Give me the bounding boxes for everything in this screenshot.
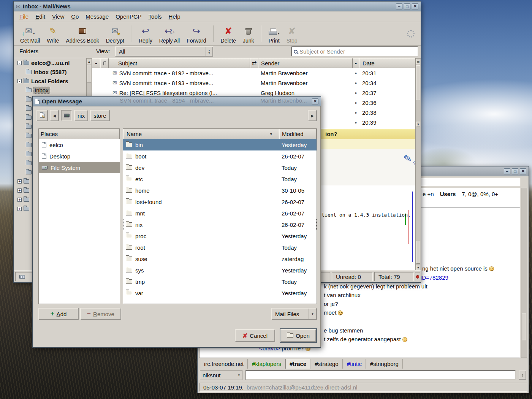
irc-scrollbar[interactable] — [521, 188, 527, 358]
close-button[interactable]: ✕ — [412, 3, 418, 10]
minimize-button[interactable]: – — [396, 3, 402, 10]
menu-item[interactable]: Message — [82, 12, 112, 21]
remove-button[interactable]: − Remove — [80, 308, 121, 320]
irc-message-inputbox[interactable] — [245, 370, 516, 380]
minimize-button[interactable]: – — [504, 168, 510, 174]
path-crumb-store[interactable]: store — [90, 110, 109, 121]
forward-button[interactable]: ↪ Forward — [183, 23, 209, 44]
file-row[interactable]: boot 26-02-07 — [123, 150, 317, 162]
menu-item[interactable]: Edit — [32, 12, 49, 21]
name-column-header[interactable]: Name▼ — [123, 129, 279, 139]
file-row[interactable]: suse zaterdag — [123, 253, 317, 264]
folder-tree-item[interactable]: Inbox — [16, 86, 86, 95]
subject-column-header[interactable]: Subject — [109, 58, 250, 68]
irc-channel-tab[interactable]: #trace — [285, 359, 310, 369]
places-item[interactable]: Desktop — [39, 150, 120, 162]
file-row[interactable]: etc Today — [123, 173, 317, 185]
file-row[interactable]: home 30-10-05 — [123, 185, 317, 196]
scroll-up-arrow[interactable]: ▲ — [87, 59, 91, 64]
file-row[interactable]: root Today — [123, 242, 317, 253]
message-row[interactable]: ✉SVN commit: trace - 8193 - mbrave... Ma… — [92, 78, 415, 88]
irc-link[interactable]: ID=782829 — [420, 274, 448, 281]
scroll-down-arrow[interactable]: ▼ — [416, 265, 420, 270]
tree-expander[interactable]: - — [17, 79, 22, 83]
write-button[interactable]: ✎ Write — [43, 23, 62, 44]
read-column-header[interactable]: • — [92, 58, 100, 68]
tree-expander[interactable]: + — [17, 188, 22, 193]
scrollbar-thumb[interactable] — [416, 241, 420, 264]
view-filter-dropdown[interactable]: All ▴▾ — [115, 46, 213, 57]
tree-expander[interactable]: + — [17, 198, 22, 202]
file-row[interactable]: mnt 26-02-07 — [123, 207, 317, 219]
junk-column-header[interactable]: • — [353, 58, 359, 68]
tree-expander[interactable]: + — [17, 207, 22, 211]
modified-column-header[interactable]: Modified — [279, 129, 317, 139]
attachment-column-header[interactable] — [100, 58, 109, 68]
sender-column-header[interactable]: Sender — [258, 58, 353, 68]
junk-button[interactable]: Junk — [239, 23, 258, 44]
thread-column-header[interactable]: ⇄ — [250, 58, 258, 68]
maximize-button[interactable]: □ — [404, 3, 410, 10]
file-row[interactable]: sys Yesterday — [123, 264, 317, 276]
irc-channel-tab[interactable]: #tintic — [343, 359, 366, 369]
file-row[interactable]: bin Yesterday — [123, 139, 317, 150]
cancel-button[interactable]: ✘ Cancel — [235, 329, 275, 342]
reply-all-button[interactable]: ↩↩ Reply All — [156, 23, 183, 44]
scroll-down-arrow[interactable]: ▼ — [416, 122, 420, 127]
irc-message-input[interactable] — [246, 371, 515, 379]
irc-channel-tab[interactable]: #stratego — [310, 359, 343, 369]
type-filename-button[interactable]: ✎ — [36, 110, 48, 121]
scroll-up-button[interactable]: ↑ — [519, 370, 526, 380]
file-row[interactable]: dev Today — [123, 162, 317, 173]
close-button[interactable]: ✕ — [520, 168, 526, 174]
file-row[interactable]: proc Yesterday — [123, 230, 317, 242]
maximize-button[interactable]: □ — [512, 168, 518, 174]
reply-button[interactable]: ↩ Reply — [135, 23, 156, 44]
address-book-button[interactable]: Address Book — [63, 23, 103, 44]
menu-item[interactable]: Tools — [145, 12, 165, 21]
places-item[interactable]: eelco — [39, 139, 120, 150]
mail-titlebar[interactable]: ✉ Inbox - Mail/News – □ ✕ — [14, 2, 421, 11]
file-row[interactable]: nix 26-02-07 — [123, 219, 317, 230]
open-button[interactable]: Open — [280, 329, 316, 342]
filesystem-root-crumb[interactable] — [61, 110, 72, 121]
message-row[interactable]: ✉SVN commit: trace - 8192 - mbrave... Ma… — [92, 68, 415, 78]
menu-item[interactable]: OpenPGP — [112, 12, 145, 21]
folder-tree-item[interactable]: - eelco@...uu.nl — [16, 58, 86, 67]
search-box[interactable] — [291, 46, 418, 57]
tree-expander[interactable]: - — [17, 61, 22, 65]
scrollbar-thumb[interactable] — [87, 65, 91, 82]
search-input[interactable] — [299, 48, 418, 55]
add-button[interactable]: + Add — [38, 308, 79, 320]
irc-channel-tab[interactable]: #stringborg — [366, 359, 403, 369]
nick-selector[interactable]: niksnut ▾ — [200, 370, 242, 380]
menu-item[interactable]: Go — [68, 12, 82, 21]
file-row[interactable]: tmp Today — [123, 276, 317, 287]
irc-scrollbar-thumb[interactable] — [522, 314, 526, 340]
menu-item[interactable]: View — [49, 12, 68, 21]
column-picker-icon[interactable]: ▦ — [416, 59, 420, 64]
folder-tree-item[interactable]: Inbox (5587) — [16, 67, 86, 76]
path-crumb-nix[interactable]: nix — [74, 110, 88, 121]
places-item[interactable]: File System — [39, 162, 120, 173]
file-row[interactable]: lost+found 26-02-07 — [123, 196, 317, 207]
menu-item[interactable]: Help — [165, 12, 184, 21]
irc-channel-tab[interactable]: #klaplopers — [248, 359, 285, 369]
file-type-filter-dropdown[interactable]: Mail Files ▾ — [271, 308, 317, 320]
print-button[interactable]: ▾ Print — [265, 23, 283, 44]
scrollbar-thumb[interactable] — [416, 65, 420, 100]
path-scroll-left-button[interactable]: ◀ — [50, 110, 59, 121]
get-mail-button[interactable]: ✉↓▾ Get Mail — [17, 23, 43, 44]
file-row[interactable]: var Yesterday — [123, 287, 317, 299]
close-button[interactable]: ✕ — [312, 98, 318, 104]
folder-tree-item[interactable]: - Local Folders — [16, 76, 86, 86]
delete-button[interactable]: ✘ Delete — [217, 23, 239, 44]
path-scroll-right-button[interactable]: ▶ — [308, 110, 317, 121]
irc-channel-tab[interactable]: irc.freenode.net — [200, 359, 248, 369]
tree-expander[interactable]: + — [17, 179, 22, 184]
menu-item[interactable]: File — [16, 12, 32, 21]
date-column-header[interactable]: Date — [359, 58, 415, 68]
open-message-dialog[interactable]: Open Message ✕ ✎ ◀ nix store ▶ Places ee… — [32, 96, 321, 348]
decrypt-button[interactable]: ✉ Decrypt — [103, 23, 128, 44]
message-list-scrollbar[interactable]: ▦ ▼ ▼ — [415, 58, 421, 271]
